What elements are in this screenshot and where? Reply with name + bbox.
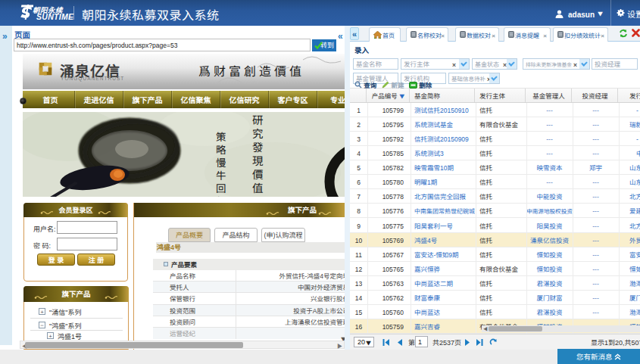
svg-text:報: 報 xyxy=(216,193,226,197)
svg-text:值: 值 xyxy=(252,179,264,195)
